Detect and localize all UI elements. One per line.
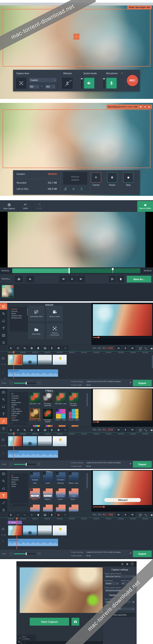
- video-device-select[interactable]: BisonCam, NB Pro▾: [105, 575, 135, 578]
- scale-knob[interactable]: [26, 552, 27, 555]
- edit-settings-icon[interactable]: [130, 551, 132, 555]
- play-button[interactable]: [68, 276, 76, 282]
- favorite-heart-icon[interactable]: [43, 425, 46, 427]
- sidebar-module-button[interactable]: [0, 339, 7, 346]
- tool-button[interactable]: [29, 428, 34, 432]
- help-icon[interactable]: ?: [131, 562, 134, 566]
- export-button[interactable]: Export: [133, 550, 152, 557]
- scale-slider[interactable]: [14, 383, 36, 384]
- filter-item[interactable]: Pop art - 9 tiles: [67, 409, 80, 425]
- sidebar-module-button[interactable]: [0, 310, 7, 317]
- tool-button[interactable]: [8, 512, 14, 517]
- favorite-heart-icon[interactable]: [69, 472, 71, 475]
- youtube-icon[interactable]: [18, 640, 20, 644]
- zoom-in-button[interactable]: +: [38, 382, 40, 384]
- back-to-editing-button[interactable]: « Backto editing: [17, 635, 36, 641]
- title-search[interactable]: ×: [10, 503, 28, 506]
- favorite-heart-icon[interactable]: [30, 504, 33, 507]
- pause-button[interactable]: [143, 105, 147, 108]
- tool-button[interactable]: [49, 346, 55, 350]
- start-capture-button[interactable]: Start Capture: [30, 618, 69, 626]
- mute-track-icon[interactable]: [4, 362, 6, 366]
- next-frame-button[interactable]: [77, 276, 85, 282]
- favorite-heart-icon[interactable]: [30, 472, 33, 475]
- timeline-ruler[interactable]: 00:00:0000:00:0500:00:1000:00:1500:00:20…: [0, 432, 153, 436]
- stepper-arrows-icon[interactable]: ▲▼: [54, 86, 54, 88]
- video-clip[interactable]: [23, 436, 37, 446]
- tool-button[interactable]: [35, 346, 41, 350]
- tool-button[interactable]: [8, 428, 14, 432]
- favorite-heart-icon[interactable]: [30, 488, 33, 491]
- scale-slider[interactable]: [14, 554, 36, 554]
- favorite-heart-icon[interactable]: [56, 393, 59, 396]
- video-clip[interactable]: [8, 525, 22, 536]
- eye-icon[interactable]: [1, 444, 3, 448]
- delete-button[interactable]: [117, 276, 124, 282]
- recent-dropdown[interactable]: Recent ▴: [2, 278, 10, 280]
- category-item[interactable]: Basic: [10, 481, 28, 483]
- title-clip[interactable]: Movavi: [8, 521, 22, 524]
- category-item[interactable]: Backgrounds: [10, 317, 28, 319]
- sidebar-module-button[interactable]: [0, 325, 7, 331]
- title-preview-banner[interactable]: Movavi: [104, 498, 141, 502]
- category-item[interactable]: Sample video: [10, 315, 28, 317]
- mute-track-icon[interactable]: [4, 444, 6, 448]
- rec-button[interactable]: REC: [127, 75, 138, 86]
- clear-search-icon[interactable]: ×: [26, 504, 27, 506]
- video-clip[interactable]: [8, 436, 22, 446]
- sidebar-module-button[interactable]: [0, 470, 7, 477]
- tool-button[interactable]: [62, 346, 68, 350]
- play-button[interactable]: [122, 512, 129, 517]
- favorite-heart-icon[interactable]: [30, 393, 33, 396]
- move-handle[interactable]: ↖↗↙↘: [73, 34, 79, 40]
- grid-scrollbar[interactable]: [87, 473, 88, 488]
- video-clip[interactable]: [52, 354, 67, 365]
- tool-button[interactable]: [15, 512, 21, 517]
- tool-button[interactable]: [49, 428, 55, 432]
- grid-scrollbar[interactable]: [87, 393, 88, 406]
- favorite-heart-icon[interactable]: [56, 488, 59, 491]
- redo-button[interactable]: ↷Redo: [32, 201, 46, 212]
- sidebar-module-button[interactable]: [0, 318, 7, 324]
- import-action-button[interactable]: Record Screencast: [46, 323, 63, 339]
- title-item[interactable]: ( TITLE TEXT )Rhombus: [54, 472, 67, 488]
- sidebar-module-button[interactable]: [0, 499, 7, 506]
- category-item[interactable]: Adjustments: [10, 402, 28, 404]
- video-clip[interactable]: [52, 436, 67, 446]
- filter-item[interactable]: Old movie - 70s: [28, 393, 41, 409]
- tool-button[interactable]: [29, 346, 34, 350]
- video-clip[interactable]: [38, 436, 52, 446]
- favorite-heart-icon[interactable]: [56, 504, 59, 507]
- remove-thumbnail-button[interactable]: ×: [11, 285, 13, 288]
- seek-dot[interactable]: [103, 506, 105, 508]
- favorite-heart-icon[interactable]: [43, 472, 46, 475]
- filter-item[interactable]: Old movie - scratches: [67, 393, 80, 409]
- resolution-select[interactable]: Default▾: [105, 582, 119, 585]
- tool-button[interactable]: [22, 346, 27, 350]
- prev-frame-button[interactable]: [115, 346, 122, 350]
- filter-item[interactable]: Old movie - sepia: [28, 409, 41, 425]
- audio-clip[interactable]: morning.wma: [8, 450, 58, 458]
- category-item[interactable]: Music: [10, 312, 28, 315]
- sidebar-module-button[interactable]: [0, 410, 7, 417]
- favorite-heart-icon[interactable]: [56, 425, 59, 427]
- zoom-in-button[interactable]: +: [38, 463, 40, 466]
- tool-button[interactable]: [42, 512, 48, 517]
- clear-search-icon[interactable]: ×: [26, 423, 27, 425]
- category-item[interactable]: My files: [10, 308, 28, 310]
- category-item[interactable]: Favorites: [10, 395, 28, 397]
- category-item[interactable]: Featured: [10, 397, 28, 399]
- next-frame-button[interactable]: [129, 346, 136, 350]
- title-item[interactable]: Title text here: [54, 504, 67, 512]
- zoom-in-button[interactable]: +: [38, 552, 40, 555]
- audio-clip[interactable]: morning.wma: [8, 539, 58, 546]
- webcam-off-icon[interactable]: [64, 187, 67, 191]
- seek-bar[interactable]: [12, 268, 140, 273]
- new-capture-button[interactable]: New Capture: [0, 201, 18, 212]
- fullscreen-icon[interactable]: [145, 513, 147, 517]
- sidebar-module-button[interactable]: [0, 492, 7, 499]
- favorite-heart-icon[interactable]: [43, 488, 46, 491]
- sidebar-module-button[interactable]: [0, 403, 7, 410]
- favorite-heart-icon[interactable]: [56, 409, 59, 412]
- favorite-heart-icon[interactable]: [30, 425, 33, 427]
